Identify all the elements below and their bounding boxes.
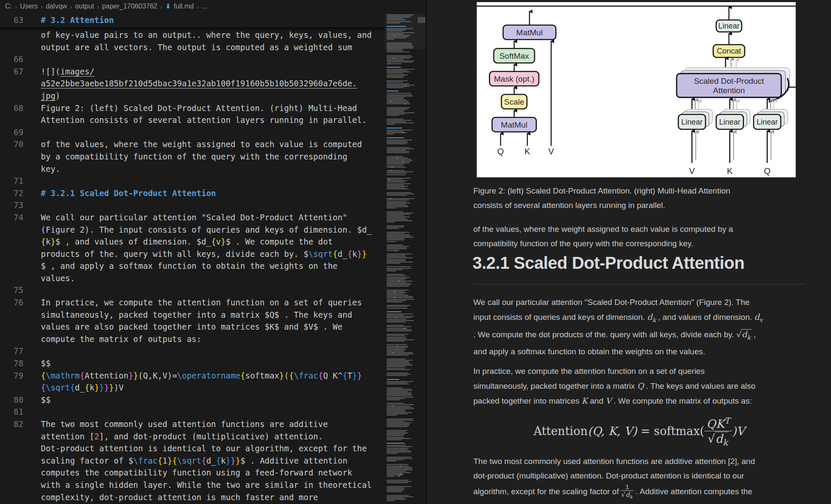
line-content: $ , and apply a softmax function to obta… (41, 260, 338, 272)
editor-line[interactable]: 71 (0, 175, 385, 187)
editor-line[interactable]: 77 (0, 345, 385, 357)
line-content: Dot-product attention is identical to ou… (41, 442, 367, 455)
breadcrumb: C:›Users›dalvqw›output›paper_170603762›⬇… (0, 0, 426, 13)
editor-line[interactable]: attention [2], and dot-product (multipli… (0, 430, 385, 443)
editor-line[interactable]: computes the compatibility function usin… (0, 467, 385, 479)
code-editor[interactable]: of key-value pairs to an output.. where … (0, 29, 385, 504)
editor-line[interactable]: 73 (0, 199, 385, 211)
breadcrumb-item[interactable]: dalvqw (46, 3, 67, 10)
editor-line[interactable]: 68Figure 2: (left) Scaled Dot-Product At… (0, 102, 385, 114)
editor-line[interactable]: 82The two most commonly used attention f… (0, 418, 385, 430)
svg-text:Mask (opt.): Mask (opt.) (494, 74, 534, 83)
breadcrumb-item[interactable]: Users (20, 3, 38, 10)
figure2-image: MatMulScaleMask (opt.)SoftMaxMatMulQKVLi… (477, 2, 796, 177)
editor-line[interactable]: scaling factor of $\frac{1}{\sqrt{d_{k}}… (0, 455, 385, 467)
line-number: 70 (0, 138, 23, 151)
editor-line[interactable]: values. (0, 272, 385, 285)
svg-text:Concat: Concat (717, 47, 741, 55)
breadcrumb-item[interactable]: output (75, 3, 94, 10)
editor-pane[interactable]: C:›Users›dalvqw›output›paper_170603762›⬇… (0, 0, 426, 504)
editor-line[interactable]: simultaneously, packed together into a m… (0, 309, 385, 321)
vertical-scrollbar[interactable] (417, 0, 426, 504)
editor-line[interactable]: 76In practice, we compute the attention … (0, 296, 385, 309)
line-number: 76 (0, 296, 23, 309)
editor-line[interactable]: 66 (0, 53, 385, 65)
editor-line[interactable]: 74We call our particular attention "Scal… (0, 211, 385, 224)
editor-line[interactable]: 67![](images/ (0, 65, 385, 78)
line-content: complexity, dot-product attention is muc… (41, 491, 318, 504)
breadcrumb-symbol-path[interactable]: ... (202, 3, 208, 10)
svg-text:Linear: Linear (718, 22, 740, 30)
svg-text:Q: Q (497, 147, 504, 156)
svg-text:Linear: Linear (681, 118, 703, 126)
line-number: 74 (0, 211, 23, 224)
editor-line[interactable]: 81 (0, 406, 385, 418)
line-content: of key-value pairs to an output.. where … (41, 29, 372, 41)
editor-line[interactable]: 72# 3.2.1 Scaled Dot-Product Attention (0, 187, 385, 199)
line-content: values. (41, 272, 75, 285)
sticky-heading-text: # 3.2 Attention (41, 13, 114, 27)
line-content: ![](images/ (41, 65, 94, 78)
editor-line[interactable]: 79{\mathrm{Attention}}(Q,K,V)=\operatorn… (0, 370, 385, 382)
editor-line[interactable]: (Figure 2). The input consists of querie… (0, 224, 385, 236)
editor-line[interactable]: 80$$ (0, 394, 385, 406)
editor-line[interactable]: complexity, dot-product attention is muc… (0, 491, 385, 504)
editor-line[interactable]: {k}$ , and values of dimension. $d_{v}$ … (0, 236, 385, 248)
editor-line[interactable]: $ , and apply a softmax function to obta… (0, 260, 385, 272)
editor-line[interactable]: of key-value pairs to an output.. where … (0, 29, 385, 41)
line-content: $$ (41, 394, 51, 406)
breadcrumb-item[interactable]: paper_170603762 (102, 3, 157, 10)
line-number: 73 (0, 199, 23, 211)
line-content: a52e2bbe3aebe185bf210d5dbac39a1e32ab100f… (41, 77, 357, 90)
chevron-right-icon: › (15, 3, 17, 10)
chevron-right-icon: › (41, 3, 43, 10)
editor-line[interactable]: 70of the values, where the weight assign… (0, 138, 385, 151)
line-number: 77 (0, 345, 23, 357)
line-content: {\mathrm{Attention}}(Q,K,V)=\operatornam… (41, 370, 362, 382)
chevron-right-icon: › (97, 3, 99, 10)
line-content: # 3.2.1 Scaled Dot-Product Attention (41, 187, 216, 199)
editor-line[interactable]: by a compatibility function of the query… (0, 151, 385, 163)
editor-line[interactable]: output are all vectors. The output is co… (0, 41, 385, 54)
editor-line[interactable]: jpg) (0, 90, 385, 102)
editor-line[interactable]: {\sqrt{d_{k}}}})V (0, 382, 385, 394)
markdown-preview-pane[interactable]: MatMulScaleMask (opt.)SoftMaxMatMulQKVLi… (426, 0, 831, 504)
breadcrumb-item[interactable]: C: (5, 3, 12, 10)
editor-line[interactable]: with a single hidden layer. While the tw… (0, 479, 385, 491)
line-content: We call our particular attention "Scaled… (41, 211, 347, 224)
breadcrumb-file[interactable]: full.md (174, 3, 194, 10)
svg-text:SoftMax: SoftMax (499, 51, 529, 60)
figure-caption: Figure 2: (left) Scaled Dot-Product Atte… (473, 184, 730, 213)
minimap[interactable] (386, 14, 416, 504)
editor-line[interactable]: compute the matrix of outputs as: (0, 333, 385, 345)
line-number: 78 (0, 357, 23, 370)
line-content: {\sqrt{d_{k}}}})V (41, 382, 124, 394)
editor-line[interactable]: 69 (0, 126, 385, 139)
line-content: products of the. query with all keys, di… (41, 248, 367, 260)
editor-line[interactable]: Attention consists of several attention … (0, 114, 385, 126)
preview-paragraph-values: of the values, where the weight assigned… (473, 222, 733, 251)
line-content: {k}$ , and values of dimension. $d_{v}$ … (41, 236, 333, 248)
svg-text:Q: Q (764, 166, 771, 176)
editor-line[interactable]: values are also packed together into mat… (0, 321, 385, 333)
scrollbar-thumb[interactable] (418, 17, 425, 23)
svg-text:Scaled Dot-Product: Scaled Dot-Product (694, 77, 764, 85)
svg-text:K: K (727, 166, 733, 176)
line-content: computes the compatibility function usin… (41, 467, 352, 479)
line-content: Figure 2: (left) Scaled Dot-Product Atte… (41, 102, 357, 114)
line-content: with a single hidden layer. While the tw… (41, 479, 372, 491)
svg-text:MatMul: MatMul (516, 28, 543, 37)
chevron-right-icon: › (197, 3, 199, 10)
editor-line[interactable]: key. (0, 163, 385, 175)
editor-line[interactable]: products of the. query with all keys, di… (0, 248, 385, 260)
line-content: attention [2], and dot-product (multipli… (41, 430, 323, 443)
svg-text:Linear: Linear (719, 118, 740, 126)
editor-line[interactable]: Dot-product attention is identical to ou… (0, 442, 385, 455)
editor-line[interactable]: 75 (0, 284, 385, 296)
sticky-scroll-heading[interactable]: 63 # 3.2 Attention (0, 13, 385, 28)
editor-line[interactable]: 78$$ (0, 357, 385, 370)
editor-line[interactable]: a52e2bbe3aebe185bf210d5dbac39a1e32ab100f… (0, 77, 385, 90)
preview-paragraph-inpractice: In practice, we compute the attention fu… (473, 364, 755, 408)
line-content: key. (41, 163, 60, 175)
line-number: 68 (0, 102, 23, 114)
